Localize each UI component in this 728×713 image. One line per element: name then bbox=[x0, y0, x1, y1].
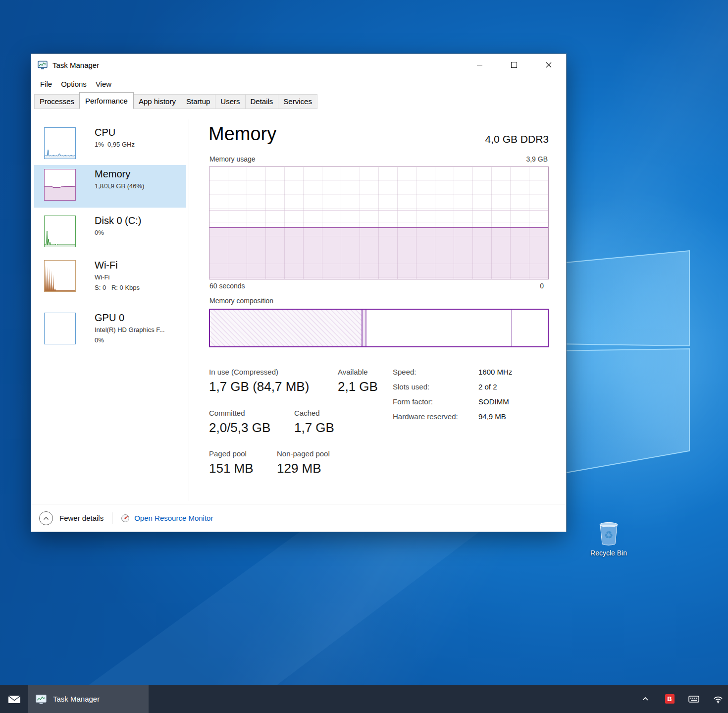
maximize-button[interactable] bbox=[497, 54, 531, 76]
disk-sparkline-chart bbox=[44, 216, 76, 247]
wifi-sparkline-chart bbox=[44, 260, 76, 292]
titlebar[interactable]: Task Manager bbox=[31, 54, 566, 76]
tab-bar: Processes Performance App history Startu… bbox=[34, 93, 317, 109]
close-button[interactable] bbox=[531, 54, 566, 76]
cached-label: Cached bbox=[294, 409, 320, 417]
tray-antivirus-button[interactable]: B bbox=[664, 694, 675, 705]
memory-sparkline-chart bbox=[44, 169, 76, 201]
memory-scale-max: 3,9 GB bbox=[526, 155, 548, 163]
cached-value: 1,7 GB bbox=[294, 420, 334, 436]
resource-monitor-icon bbox=[121, 514, 130, 523]
memory-detail: 1,8/3,9 GB (46%) bbox=[95, 182, 144, 190]
cpu-sparkline-chart bbox=[44, 127, 76, 159]
tab-performance[interactable]: Performance bbox=[79, 92, 134, 109]
window-controls bbox=[462, 54, 566, 76]
window-title: Task Manager bbox=[52, 61, 99, 69]
fewer-details-button[interactable] bbox=[39, 511, 53, 525]
recycle-bin[interactable]: ♻ Recycle Bin bbox=[587, 517, 630, 557]
memory-usage-label: Memory usage bbox=[209, 155, 256, 163]
form-factor-value: SODIMM bbox=[478, 397, 509, 406]
sidebar-item-disk[interactable]: Disk 0 (C:) 0% bbox=[34, 212, 186, 254]
task-manager-window: Task Manager File Options View Processes… bbox=[31, 54, 567, 532]
tab-services[interactable]: Services bbox=[278, 94, 317, 109]
footer-divider bbox=[112, 512, 112, 524]
keyboard-icon bbox=[688, 695, 699, 703]
memory-composition-label: Memory composition bbox=[209, 297, 273, 305]
recycle-bin-label: Recycle Bin bbox=[587, 549, 630, 557]
sidebar-divider bbox=[189, 119, 189, 501]
taskbar-mail-button[interactable] bbox=[0, 685, 28, 713]
composition-in-use-segment bbox=[210, 310, 363, 346]
cpu-detail: 1% 0,95 GHz bbox=[95, 141, 135, 149]
window-footer: Fewer details Open Resource Monitor bbox=[31, 504, 566, 532]
antivirus-badge-icon: B bbox=[665, 694, 675, 704]
slots-used-value: 2 of 2 bbox=[478, 383, 497, 391]
task-manager-icon bbox=[36, 694, 47, 705]
composition-modified-segment bbox=[363, 310, 366, 346]
system-tray: B bbox=[640, 685, 724, 713]
form-factor-label: Form factor: bbox=[393, 397, 433, 406]
menu-file[interactable]: File bbox=[36, 78, 56, 90]
wifi-detail-1: Wi-Fi bbox=[95, 274, 140, 281]
wifi-detail-2: S: 0 R: 0 Kbps bbox=[95, 284, 140, 292]
fewer-details-label[interactable]: Fewer details bbox=[59, 514, 104, 522]
in-use-label: In use (Compressed) bbox=[209, 368, 278, 376]
memory-usage-graph bbox=[209, 166, 549, 279]
svg-text:♻: ♻ bbox=[604, 529, 614, 541]
sidebar-item-gpu[interactable]: GPU 0 Intel(R) HD Graphics F... 0% bbox=[34, 309, 186, 355]
wifi-icon bbox=[713, 695, 723, 704]
taskbar-task-manager-button[interactable]: Task Manager bbox=[28, 685, 149, 713]
close-icon bbox=[546, 62, 552, 68]
tab-details[interactable]: Details bbox=[245, 94, 279, 109]
sidebar-item-memory[interactable]: Memory 1,8/3,9 GB (46%) bbox=[34, 165, 186, 208]
tab-startup[interactable]: Startup bbox=[181, 94, 215, 109]
nonpaged-pool-value: 129 MB bbox=[277, 461, 321, 476]
composition-free-segment bbox=[512, 310, 548, 346]
tray-touch-keyboard-button[interactable] bbox=[688, 694, 699, 705]
minimize-icon bbox=[477, 65, 482, 65]
hardware-reserved-value: 94,9 MB bbox=[478, 412, 506, 421]
composition-standby-segment bbox=[366, 310, 513, 346]
tray-show-hidden-icons-button[interactable] bbox=[640, 694, 651, 705]
tab-users[interactable]: Users bbox=[215, 94, 245, 109]
panel-title: Memory bbox=[208, 123, 276, 145]
nonpaged-pool-label: Non-paged pool bbox=[277, 449, 330, 458]
tray-network-button[interactable] bbox=[713, 694, 724, 705]
menu-view[interactable]: View bbox=[91, 78, 116, 90]
chevron-up-icon bbox=[43, 516, 49, 520]
chevron-up-icon bbox=[642, 697, 649, 701]
sidebar-item-wifi[interactable]: Wi-Fi Wi-Fi S: 0 R: 0 Kbps bbox=[34, 256, 186, 305]
sidebar-item-cpu[interactable]: CPU 1% 0,95 GHz bbox=[34, 123, 186, 166]
task-manager-app-icon bbox=[38, 60, 48, 70]
gpu-sparkline-chart bbox=[44, 313, 76, 344]
maximize-icon bbox=[511, 62, 517, 68]
speed-label: Speed: bbox=[393, 368, 416, 376]
hardware-reserved-label: Hardware reserved: bbox=[393, 412, 458, 421]
graph-time-end: 0 bbox=[540, 282, 544, 290]
memory-composition-bar bbox=[209, 309, 549, 347]
disk-detail: 0% bbox=[95, 229, 141, 237]
mail-icon bbox=[8, 694, 21, 704]
open-resource-monitor-link[interactable]: Open Resource Monitor bbox=[134, 514, 213, 522]
tab-app-history[interactable]: App history bbox=[133, 94, 181, 109]
menu-options[interactable]: Options bbox=[56, 78, 91, 90]
minimize-button[interactable] bbox=[462, 54, 497, 76]
disk-label: Disk 0 (C:) bbox=[95, 215, 141, 226]
memory-label: Memory bbox=[95, 168, 144, 180]
desktop: ♻ Recycle Bin Task Manager bbox=[0, 0, 728, 713]
speed-value: 1600 MHz bbox=[478, 368, 512, 376]
menu-bar: File Options View bbox=[31, 77, 116, 91]
available-label: Available bbox=[338, 368, 368, 376]
paged-pool-label: Paged pool bbox=[209, 449, 247, 458]
in-use-value: 1,7 GB (84,7 MB) bbox=[209, 379, 309, 394]
taskbar-task-manager-label: Task Manager bbox=[53, 695, 100, 703]
gpu-label: GPU 0 bbox=[95, 312, 165, 324]
cpu-label: CPU bbox=[95, 126, 135, 138]
tab-processes[interactable]: Processes bbox=[34, 94, 80, 109]
slots-used-label: Slots used: bbox=[393, 383, 429, 391]
gpu-detail-2: 0% bbox=[95, 336, 165, 344]
taskbar: Task Manager B bbox=[0, 685, 728, 713]
memory-capacity: 4,0 GB DDR3 bbox=[485, 133, 549, 145]
wifi-label: Wi-Fi bbox=[95, 259, 140, 271]
gpu-detail-1: Intel(R) HD Graphics F... bbox=[95, 326, 165, 334]
